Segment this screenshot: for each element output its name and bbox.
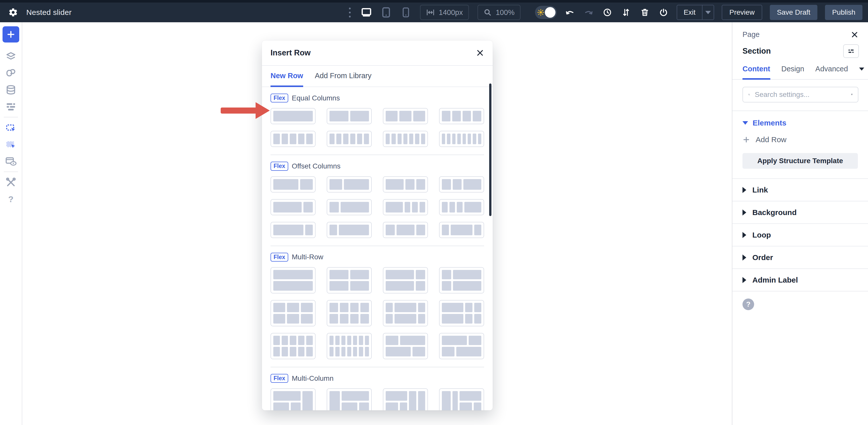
add-element-button[interactable] [3, 26, 19, 42]
wireframe-view-button[interactable] [3, 98, 19, 115]
row-layout-option[interactable] [327, 222, 372, 238]
exit-dropdown-button[interactable] [702, 5, 714, 20]
row-layout-option[interactable] [383, 176, 428, 193]
row-layout-option[interactable] [271, 199, 316, 215]
exit-split-button: Exit [677, 5, 714, 20]
panel-tab-design[interactable]: Design [781, 65, 804, 80]
row-layout-option[interactable] [327, 333, 372, 359]
row-layout-option[interactable] [439, 131, 484, 147]
select-section-mode-button[interactable] [3, 120, 19, 136]
column-bar [341, 336, 345, 345]
modal-scrollbar[interactable] [489, 84, 491, 216]
row-layout-option[interactable] [383, 222, 428, 238]
history-button[interactable] [602, 7, 613, 18]
accordion-row-background[interactable]: Background [732, 201, 868, 224]
row-layout-option[interactable] [439, 199, 484, 215]
row-layout-option[interactable] [439, 333, 484, 359]
view-options-kebab-menu[interactable] [347, 6, 352, 19]
accordion-row-admin-label[interactable]: Admin Label [732, 269, 868, 291]
row-layout-option[interactable] [271, 267, 316, 293]
tools-button[interactable] [3, 174, 19, 191]
accordion-row-link[interactable]: Link [732, 179, 868, 201]
search-settings-input[interactable] [754, 90, 847, 99]
panel-tab-content[interactable]: Content [742, 65, 770, 80]
row-layout-option[interactable] [271, 300, 316, 326]
column-bar [303, 202, 313, 212]
row-layout-option[interactable] [439, 222, 484, 238]
row-layout-option[interactable] [327, 108, 372, 124]
row-layout-option[interactable] [327, 131, 372, 147]
row-layout-option[interactable] [383, 199, 428, 215]
row-layout-option[interactable] [383, 267, 428, 293]
undo-button[interactable] [564, 7, 576, 18]
light-dark-mode-toggle[interactable] [535, 6, 557, 19]
column-bar [442, 134, 445, 144]
row-layout-option[interactable] [271, 333, 316, 359]
row-layout-option[interactable] [271, 176, 316, 193]
filter-funnel-icon[interactable] [851, 91, 853, 98]
row-layout-option[interactable] [327, 267, 372, 293]
publish-button[interactable]: Publish [825, 5, 862, 20]
row-layout-option[interactable] [439, 267, 484, 293]
row-layout-option[interactable] [439, 300, 484, 326]
save-draft-button[interactable]: Save Draft [770, 5, 817, 20]
row-layout-option[interactable] [383, 388, 428, 410]
row-layout-option[interactable] [327, 300, 372, 326]
preview-button[interactable]: Preview [722, 5, 762, 20]
accordion-row-order[interactable]: Order [732, 247, 868, 269]
panel-close-button[interactable] [851, 31, 858, 38]
search-icon [748, 91, 750, 98]
row-layout-option[interactable] [383, 131, 428, 147]
row-layout-option[interactable] [383, 108, 428, 124]
layout-section-header: FlexEqual Columns [271, 94, 484, 102]
row-layout-option[interactable] [271, 388, 316, 410]
row-layout-option[interactable] [271, 108, 316, 124]
portability-button[interactable] [658, 7, 669, 18]
layers-panel-button[interactable] [3, 48, 19, 65]
row-layout-option[interactable] [439, 108, 484, 124]
row-layout-option[interactable] [327, 388, 372, 410]
sidebar-divider [4, 171, 18, 172]
elements-section-header[interactable]: Elements [742, 119, 858, 127]
panel-dock-button[interactable] [843, 44, 859, 58]
sort-structure-button[interactable] [621, 7, 632, 18]
modal-tab-new-row[interactable]: New Row [271, 66, 303, 87]
apply-structure-template-button[interactable]: Apply Structure Template [742, 153, 858, 169]
row-layout-option[interactable] [439, 388, 484, 410]
tablet-view-button[interactable] [381, 7, 392, 18]
select-row-mode-button[interactable] [3, 136, 19, 153]
builder-settings-gear-button[interactable] [8, 7, 19, 18]
row-layout-option[interactable] [271, 222, 316, 238]
layout-row [330, 314, 369, 324]
panel-help-button[interactable]: ? [742, 298, 754, 310]
canvas-width-field[interactable]: 1400px [420, 5, 469, 20]
panel-tab-advanced[interactable]: Advanced [815, 65, 848, 80]
add-row-button[interactable]: Add Row [742, 135, 858, 144]
exit-button[interactable]: Exit [677, 5, 702, 20]
layout-row [273, 225, 313, 235]
help-button[interactable]: ? [3, 191, 19, 207]
row-layout-option[interactable] [271, 131, 316, 147]
data-library-button[interactable] [3, 81, 19, 98]
column-bar [451, 225, 472, 235]
modal-close-button[interactable] [476, 49, 484, 57]
desktop-view-button[interactable] [361, 7, 372, 18]
preview-visibility-button[interactable] [3, 153, 19, 169]
design-presets-button[interactable] [3, 65, 19, 81]
redo-button[interactable] [583, 7, 594, 18]
phone-view-button[interactable] [400, 7, 411, 18]
zoom-level-field[interactable]: 100% [477, 5, 521, 20]
question-mark-icon: ? [8, 194, 14, 204]
device-dropdown-caret[interactable] [859, 68, 864, 71]
modal-tab-add-from-library[interactable]: Add From Library [315, 66, 371, 87]
accordion-row-loop[interactable]: Loop [732, 224, 868, 247]
row-layout-option[interactable] [383, 333, 428, 359]
zoom-level-value: 100% [496, 8, 515, 17]
column-bar [421, 134, 425, 144]
trash-button[interactable] [639, 7, 650, 18]
layout-row [273, 391, 301, 401]
row-layout-option[interactable] [383, 300, 428, 326]
row-layout-option[interactable] [327, 176, 372, 193]
row-layout-option[interactable] [439, 176, 484, 193]
row-layout-option[interactable] [327, 199, 372, 215]
